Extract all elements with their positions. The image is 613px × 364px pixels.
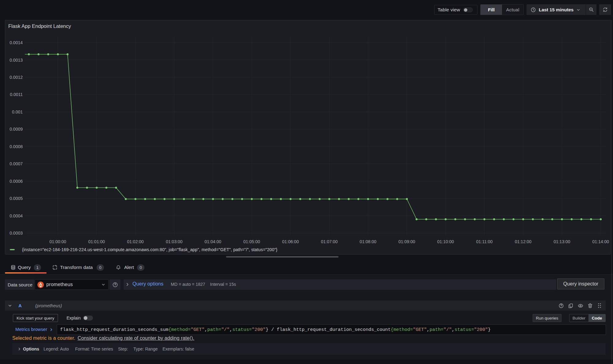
svg-text:01:06:00: 01:06:00 <box>282 239 299 244</box>
svg-text:0.0013: 0.0013 <box>10 58 23 63</box>
svg-text:0.0006: 0.0006 <box>10 179 23 184</box>
svg-text:0.0009: 0.0009 <box>10 127 23 132</box>
svg-text:01:04:00: 01:04:00 <box>205 239 221 244</box>
svg-text:01:00:00: 01:00:00 <box>49 239 66 244</box>
svg-text:0.0007: 0.0007 <box>10 161 23 166</box>
svg-text:0.0004: 0.0004 <box>10 213 23 218</box>
svg-text:0.0011: 0.0011 <box>10 92 23 97</box>
svg-text:0.0008: 0.0008 <box>10 144 23 149</box>
svg-text:01:10:00: 01:10:00 <box>437 239 454 244</box>
svg-text:01:14:00: 01:14:00 <box>592 239 609 244</box>
svg-text:01:01:00: 01:01:00 <box>88 239 105 244</box>
svg-text:0.001: 0.001 <box>12 109 23 114</box>
svg-text:01:12:00: 01:12:00 <box>515 239 532 244</box>
svg-text:01:02:00: 01:02:00 <box>127 239 144 244</box>
svg-text:0.0003: 0.0003 <box>10 231 23 236</box>
svg-text:01:13:00: 01:13:00 <box>554 239 570 244</box>
svg-text:01:09:00: 01:09:00 <box>398 239 415 244</box>
svg-text:01:07:00: 01:07:00 <box>321 239 338 244</box>
svg-text:0.0005: 0.0005 <box>10 196 23 201</box>
svg-text:01:03:00: 01:03:00 <box>166 239 183 244</box>
svg-text:01:11:00: 01:11:00 <box>476 239 493 244</box>
svg-text:0.0012: 0.0012 <box>10 75 23 80</box>
svg-text:01:08:00: 01:08:00 <box>360 239 377 244</box>
svg-text:0.0014: 0.0014 <box>10 40 23 45</box>
svg-text:01:05:00: 01:05:00 <box>243 239 260 244</box>
